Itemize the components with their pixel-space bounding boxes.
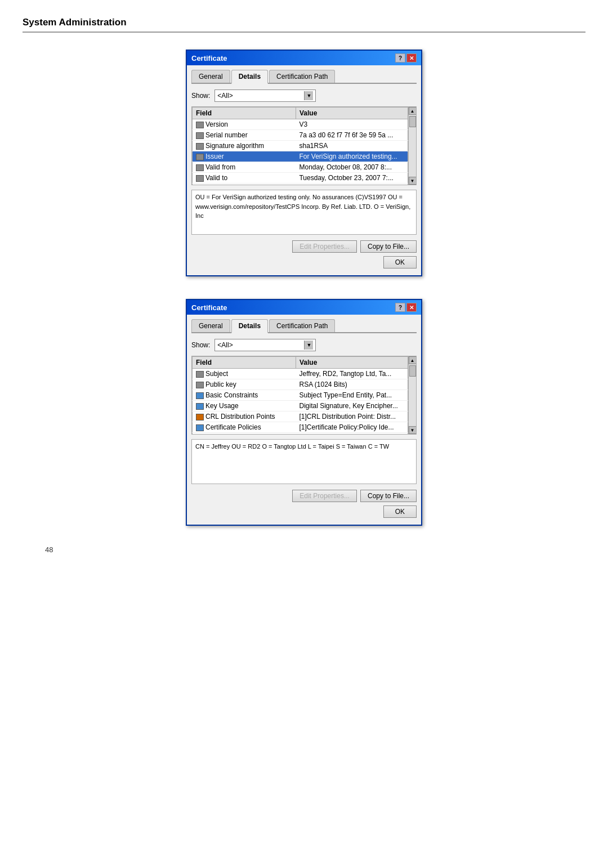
- field-cell: Basic Constraints: [193, 390, 296, 401]
- help-button[interactable]: ?: [395, 53, 405, 62]
- edit-properties-button[interactable]: Edit Properties...: [292, 240, 357, 253]
- table-row[interactable]: Key Usage Digital Signature, Key Enciphe…: [193, 401, 408, 411]
- field-icon: [196, 403, 204, 410]
- table-row[interactable]: Subject Jeffrey, RD2, Tangtop Ltd, Ta...: [193, 184, 408, 186]
- table-row[interactable]: CRL Distribution Points [1]CRL Distribut…: [193, 411, 408, 422]
- scrollbar1[interactable]: ▲ ▼: [408, 107, 416, 185]
- dialog1-container: Certificate ? ✕ General Details Certific…: [23, 50, 585, 276]
- table-row[interactable]: Serial number 7a a3 d0 62 f7 7f 6f 3e 59…: [193, 130, 408, 141]
- value-cell: Digital Signature, Key Encipher...: [296, 401, 408, 411]
- field-cell: Key Usage: [193, 401, 296, 411]
- dialog1: Certificate ? ✕ General Details Certific…: [186, 50, 422, 276]
- table-row[interactable]: Issuer For VeriSign authorized testing..…: [193, 151, 408, 162]
- field-icon: [196, 424, 204, 431]
- dialog2-ok-row: OK: [191, 505, 417, 520]
- value-cell: Jeffrey, RD2, Tangtop Ltd, Ta...: [296, 369, 408, 379]
- page-title: System Administration: [23, 17, 585, 28]
- field-icon: [196, 175, 204, 182]
- tab-cert-path[interactable]: Certification Path: [269, 70, 335, 83]
- field-cell: Subject: [193, 184, 296, 186]
- tab-general2[interactable]: General: [191, 319, 230, 332]
- dialog2-title: Certificate: [191, 303, 227, 312]
- table-row[interactable]: Certificate Policies [1]Certificate Poli…: [193, 422, 408, 433]
- ok-button2[interactable]: OK: [383, 505, 417, 518]
- show-row: Show: <All> ▼: [191, 90, 417, 102]
- scroll-thumb[interactable]: [409, 116, 416, 127]
- page-number: 48: [45, 545, 53, 554]
- table-row[interactable]: Valid from Monday, October 08, 2007 8:..…: [193, 162, 408, 173]
- value-cell: [1]Certificate Policy:Policy Ide...: [296, 422, 408, 433]
- field-icon: [196, 164, 204, 171]
- field-cell: Enhanced Key Usage: [193, 433, 296, 435]
- dialog1-ok-row: OK: [191, 256, 417, 271]
- field-icon: [196, 143, 204, 150]
- scroll-down-button[interactable]: ▼: [409, 177, 417, 185]
- dialog2-container: Certificate ? ✕ General Details Certific…: [23, 299, 585, 526]
- tabs: General Details Certification Path: [191, 70, 417, 84]
- show-value: <All>: [217, 92, 233, 100]
- tabs2: General Details Certification Path: [191, 319, 417, 333]
- field-cell: Public key: [193, 379, 296, 390]
- value-cell: sha1RSA: [296, 141, 408, 151]
- show-row2: Show: <All> ▼: [191, 339, 417, 351]
- dialog2-titlebar: Certificate ? ✕: [187, 300, 421, 315]
- field-cell: Version: [193, 119, 296, 130]
- cert-table2: Field Value Subject Jeffrey, RD2, Tangto…: [192, 356, 408, 435]
- dialog1-title: Certificate: [191, 54, 227, 62]
- col-field: Field: [193, 108, 296, 119]
- copy-to-file-button2[interactable]: Copy to File...: [360, 490, 417, 502]
- dialog1-content: General Details Certification Path Show:…: [187, 65, 421, 275]
- tab-cert-path2[interactable]: Certification Path: [269, 319, 335, 332]
- value-cell: Monday, October 08, 2007 8:...: [296, 162, 408, 173]
- copy-to-file-button[interactable]: Copy to File...: [360, 240, 417, 253]
- dropdown-arrow-icon: ▼: [304, 91, 313, 100]
- tab-general[interactable]: General: [191, 70, 230, 83]
- field-cell: Issuer: [193, 151, 296, 162]
- close-button2[interactable]: ✕: [406, 303, 417, 312]
- field-cell: Valid from: [193, 162, 296, 173]
- field-icon: [196, 414, 204, 420]
- field-cell: Certificate Policies: [193, 422, 296, 433]
- scroll-down-button2[interactable]: ▼: [409, 426, 417, 434]
- show-dropdown2[interactable]: <All> ▼: [214, 339, 316, 351]
- edit-properties-button2[interactable]: Edit Properties...: [292, 490, 357, 502]
- field-icon: [196, 154, 204, 160]
- field-icon: [196, 382, 204, 388]
- value-cell: V3: [296, 119, 408, 130]
- ok-button[interactable]: OK: [383, 256, 417, 269]
- cert-table-wrapper2: Field Value Subject Jeffrey, RD2, Tangto…: [191, 356, 417, 435]
- scrollbar2[interactable]: ▲ ▼: [408, 356, 416, 434]
- scroll-thumb2[interactable]: [409, 365, 416, 377]
- scroll-up-button2[interactable]: ▲: [409, 356, 417, 364]
- field-cell: CRL Distribution Points: [193, 411, 296, 422]
- value-cell: [1]CRL Distribution Point: Distr...: [296, 411, 408, 422]
- table-row[interactable]: Valid to Tuesday, October 23, 2007 7:...: [193, 173, 408, 184]
- tab-details[interactable]: Details: [231, 70, 268, 84]
- value-cell: Server Authentication (1.3.6....: [296, 433, 408, 435]
- value-cell: RSA (1024 Bits): [296, 379, 408, 390]
- show-value2: <All>: [217, 341, 233, 349]
- scroll-up-button[interactable]: ▲: [409, 107, 417, 115]
- title-divider: [23, 32, 585, 33]
- table-row[interactable]: Basic Constraints Subject Type=End Entit…: [193, 390, 408, 401]
- field-cell: Serial number: [193, 130, 296, 141]
- value-cell: 7a a3 d0 62 f7 7f 6f 3e 59 5a ...: [296, 130, 408, 141]
- desc-area2: CN = Jeffrey OU = RD2 O = Tangtop Ltd L …: [191, 439, 417, 484]
- value-cell: Jeffrey, RD2, Tangtop Ltd, Ta...: [296, 184, 408, 186]
- table-row[interactable]: Subject Jeffrey, RD2, Tangtop Ltd, Ta...: [193, 369, 408, 379]
- value-cell: Subject Type=End Entity, Pat...: [296, 390, 408, 401]
- close-button[interactable]: ✕: [406, 53, 417, 62]
- tab-details2[interactable]: Details: [231, 319, 268, 333]
- table-row[interactable]: Version V3: [193, 119, 408, 130]
- help-button2[interactable]: ?: [395, 303, 405, 312]
- dropdown-arrow-icon2: ▼: [304, 341, 313, 350]
- field-icon: [196, 122, 204, 128]
- table-row[interactable]: Signature algorithm sha1RSA: [193, 141, 408, 151]
- table-row[interactable]: Public key RSA (1024 Bits): [193, 379, 408, 390]
- show-dropdown[interactable]: <All> ▼: [214, 90, 316, 102]
- dialog2: Certificate ? ✕ General Details Certific…: [186, 299, 422, 526]
- table-row[interactable]: Enhanced Key Usage Server Authentication…: [193, 433, 408, 435]
- desc-area1: OU = For VeriSign authorized testing onl…: [191, 190, 417, 235]
- dialog2-content: General Details Certification Path Show:…: [187, 315, 421, 525]
- titlebar-buttons: ? ✕: [395, 53, 417, 62]
